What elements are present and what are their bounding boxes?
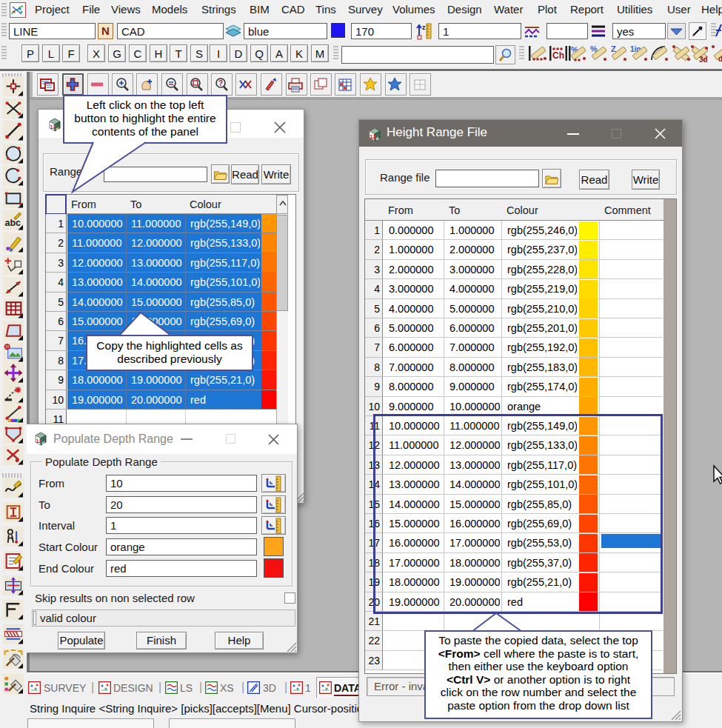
svg-text:z: z bbox=[422, 24, 426, 31]
svg-text:12: 12 bbox=[370, 134, 376, 139]
svg-text:12: 12 bbox=[50, 124, 56, 130]
svg-text:Z: Z bbox=[611, 44, 616, 53]
svg-text:?: ? bbox=[218, 79, 223, 87]
svg-text:d: d bbox=[42, 441, 45, 445]
svg-text:3d: 3d bbox=[699, 56, 708, 64]
svg-text:12: 12 bbox=[36, 438, 42, 444]
svg-text:d: d bbox=[56, 127, 59, 131]
svg-text:Ch: Ch bbox=[552, 50, 564, 61]
svg-text:dZ: dZ bbox=[718, 55, 722, 63]
svg-text:d: d bbox=[376, 136, 379, 141]
svg-text:abc: abc bbox=[5, 218, 21, 228]
